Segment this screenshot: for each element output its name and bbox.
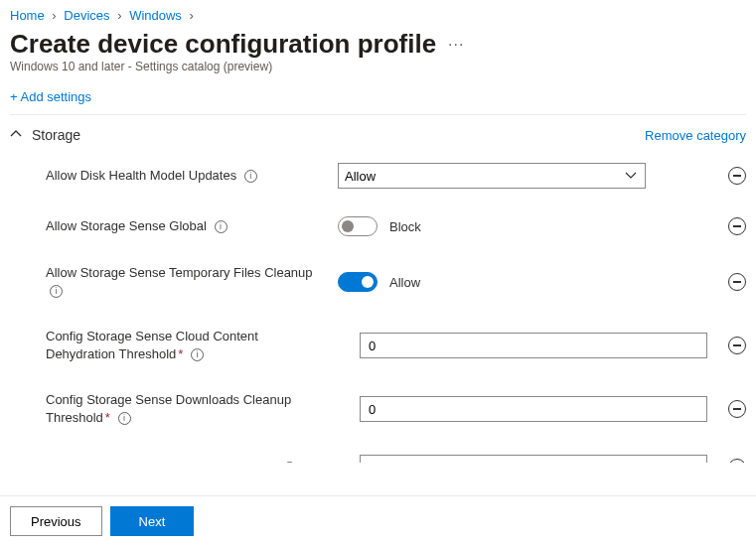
previous-button[interactable]: Previous <box>10 506 102 536</box>
settings-list: Allow Disk Health Model Updates i Allow … <box>0 153 756 463</box>
setting-label: Allow Storage Sense Global <box>46 218 207 233</box>
setting-label: Config Storage Sense Cloud Content Dehyd… <box>46 329 258 361</box>
remove-setting-button[interactable] <box>728 217 746 235</box>
page-subtitle: Windows 10 and later - Settings catalog … <box>0 60 756 81</box>
global-cadence-input[interactable] <box>360 455 707 463</box>
allow-disk-health-dropdown[interactable]: Allow <box>338 163 646 189</box>
info-icon[interactable]: i <box>191 348 204 361</box>
breadcrumb-home[interactable]: Home <box>10 8 45 23</box>
breadcrumb: Home › Devices › Windows › <box>0 0 756 27</box>
setting-row: Allow Storage Sense Temporary Files Clea… <box>10 254 746 318</box>
setting-label: Allow Disk Health Model Updates <box>46 168 236 183</box>
setting-label: Allow Storage Sense Temporary Files Clea… <box>46 265 313 280</box>
footer: Previous Next <box>0 495 756 546</box>
remove-category-link[interactable]: Remove category <box>645 128 746 143</box>
setting-row: Allow Disk Health Model Updates i Allow <box>10 153 746 206</box>
toggle-state-label: Block <box>389 219 421 234</box>
setting-label: Config Storage Sense Global Cadence <box>46 460 268 463</box>
chevron-right-icon: › <box>190 8 194 23</box>
info-icon[interactable]: i <box>244 170 257 183</box>
next-button[interactable]: Next <box>110 506 195 536</box>
info-icon[interactable]: i <box>215 220 227 233</box>
setting-label: Config Storage Sense Downloads Cleanup T… <box>46 392 291 425</box>
remove-setting-button[interactable] <box>728 167 746 185</box>
setting-row: Config Storage Sense Global Cadence* i <box>10 445 746 463</box>
chevron-right-icon: › <box>117 8 121 23</box>
info-icon[interactable]: i <box>118 412 131 425</box>
downloads-cleanup-threshold-input[interactable] <box>360 396 707 422</box>
cloud-dehydration-threshold-input[interactable] <box>360 333 707 358</box>
remove-setting-button[interactable] <box>728 400 746 418</box>
category-title: Storage <box>32 127 80 143</box>
remove-setting-button[interactable] <box>728 459 746 463</box>
toggle-state-label: Allow <box>389 275 420 290</box>
setting-row: Allow Storage Sense Global i Block <box>10 206 746 254</box>
chevron-right-icon: › <box>52 8 56 23</box>
info-icon[interactable]: i <box>50 285 63 298</box>
add-settings-link[interactable]: + Add settings <box>10 89 91 104</box>
chevron-up-icon <box>10 128 22 143</box>
storage-sense-global-toggle[interactable] <box>338 216 378 236</box>
info-icon[interactable]: i <box>283 462 296 463</box>
remove-setting-button[interactable] <box>728 273 746 291</box>
category-toggle[interactable]: Storage <box>10 127 80 143</box>
page-title: Create device configuration profile <box>10 29 436 60</box>
setting-row: Config Storage Sense Cloud Content Dehyd… <box>10 318 746 381</box>
breadcrumb-devices[interactable]: Devices <box>64 8 109 23</box>
remove-setting-button[interactable] <box>728 337 746 354</box>
storage-sense-temp-files-toggle[interactable] <box>338 272 378 292</box>
setting-row: Config Storage Sense Downloads Cleanup T… <box>10 381 746 445</box>
breadcrumb-windows[interactable]: Windows <box>129 8 182 23</box>
more-icon[interactable]: ··· <box>448 36 464 54</box>
